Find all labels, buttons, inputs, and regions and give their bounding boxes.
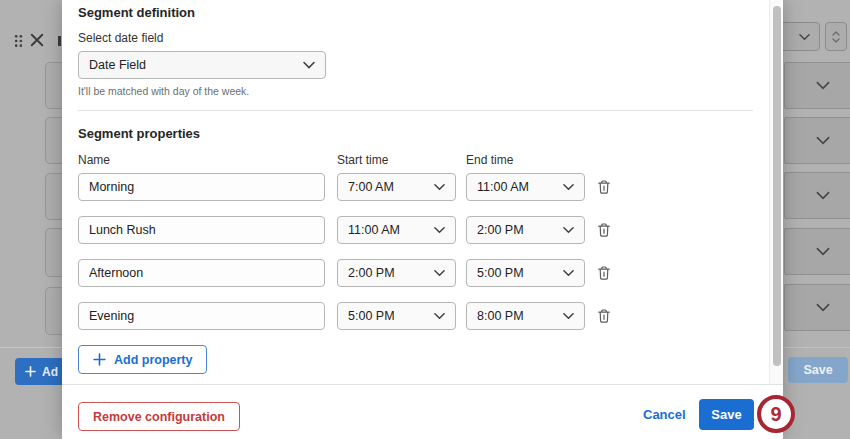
property-name-input[interactable] (78, 302, 325, 330)
step-number: 9 (770, 403, 781, 426)
chevron-down-icon (799, 33, 810, 41)
chevron-down-icon (434, 226, 445, 234)
start-time-select[interactable]: 7:00 AM (337, 173, 456, 201)
chevron-down-icon (434, 269, 445, 277)
trash-icon (596, 308, 612, 324)
column-header-name: Name (78, 153, 110, 167)
date-field-select[interactable]: Date Field (78, 51, 326, 79)
background-divider (783, 347, 850, 348)
end-time-select[interactable]: 2:00 PM (466, 216, 585, 244)
chevron-down-icon (816, 247, 830, 256)
chevron-down-icon (303, 61, 315, 69)
start-time-select[interactable]: 5:00 PM (337, 302, 456, 330)
remove-configuration-button[interactable]: Remove configuration (78, 402, 240, 431)
property-name-input[interactable] (78, 216, 325, 244)
plus-icon (25, 366, 36, 377)
start-time-select[interactable]: 2:00 PM (337, 259, 456, 287)
segment-configuration-modal: Segment definition Select date field Dat… (62, 0, 783, 439)
end-time-value: 2:00 PM (477, 223, 524, 237)
background-save-button[interactable]: Save (788, 357, 848, 383)
background-add-button-label: Ad (42, 365, 58, 379)
chevron-down-icon (563, 183, 574, 191)
segment-definition-heading: Segment definition (78, 5, 195, 20)
modal-scroll-content: Segment definition Select date field Dat… (62, 0, 783, 384)
sort-chevrons-icon (831, 30, 841, 44)
delete-row-button[interactable] (595, 307, 613, 325)
chevron-down-icon (816, 303, 830, 312)
background-text-fragment (58, 36, 61, 46)
chevron-down-icon (816, 81, 830, 90)
chevron-down-icon (816, 191, 830, 200)
delete-row-button[interactable] (595, 221, 613, 239)
delete-row-button[interactable] (595, 178, 613, 196)
background-accordion-row[interactable] (784, 117, 850, 164)
date-field-value: Date Field (89, 58, 146, 72)
column-header-start: Start time (337, 153, 388, 167)
property-row: 5:00 PM 8:00 PM (62, 302, 783, 330)
chevron-down-icon (434, 183, 445, 191)
add-property-button[interactable]: Add property (78, 345, 207, 374)
trash-icon (596, 222, 612, 238)
chevron-down-icon (816, 136, 830, 145)
background-sort-button[interactable] (825, 22, 847, 51)
cancel-button[interactable]: Cancel (643, 407, 686, 422)
chevron-down-icon (563, 226, 574, 234)
property-row: 2:00 PM 5:00 PM (62, 259, 783, 287)
background-accordion-row[interactable] (784, 62, 850, 109)
trash-icon (596, 179, 612, 195)
drag-handle-icon[interactable] (13, 34, 24, 48)
property-name-input[interactable] (78, 173, 325, 201)
property-row: 11:00 AM 2:00 PM (62, 216, 783, 244)
add-property-label: Add property (114, 353, 192, 367)
save-button[interactable]: Save (699, 399, 754, 430)
modal-footer: Remove configuration Cancel Save (62, 384, 783, 439)
property-name-input[interactable] (78, 259, 325, 287)
end-time-value: 5:00 PM (477, 266, 524, 280)
end-time-select[interactable]: 11:00 AM (466, 173, 585, 201)
end-time-value: 11:00 AM (477, 180, 529, 194)
background-accordion-row[interactable] (784, 228, 850, 275)
segment-properties-heading: Segment properties (78, 126, 200, 141)
end-time-value: 8:00 PM (477, 309, 524, 323)
section-divider (78, 110, 753, 111)
close-icon[interactable] (30, 33, 44, 47)
end-time-select[interactable]: 8:00 PM (466, 302, 585, 330)
chevron-down-icon (563, 269, 574, 277)
start-time-value: 5:00 PM (348, 309, 395, 323)
step-annotation-badge: 9 (757, 395, 795, 433)
scrollbar-thumb[interactable] (773, 6, 781, 366)
background-accordion-row[interactable] (784, 284, 850, 331)
scrollbar-track[interactable] (769, 0, 783, 384)
screen: Ad Save Segment defi (0, 0, 850, 439)
start-time-select[interactable]: 11:00 AM (337, 216, 456, 244)
chevron-down-icon (434, 312, 445, 320)
trash-icon (596, 265, 612, 281)
start-time-value: 11:00 AM (348, 223, 400, 237)
chevron-down-icon (563, 312, 574, 320)
start-time-value: 2:00 PM (348, 266, 395, 280)
property-row: 7:00 AM 11:00 AM (62, 173, 783, 201)
end-time-select[interactable]: 5:00 PM (466, 259, 585, 287)
column-header-end: End time (466, 153, 513, 167)
background-divider (0, 347, 62, 348)
background-accordion-row[interactable] (784, 172, 850, 219)
plus-icon (93, 353, 106, 366)
start-time-value: 7:00 AM (348, 180, 394, 194)
delete-row-button[interactable] (595, 264, 613, 282)
date-field-label: Select date field (78, 31, 163, 45)
date-field-helper-text: It'll be matched with day of the week. (78, 85, 249, 97)
background-save-label: Save (803, 363, 832, 377)
